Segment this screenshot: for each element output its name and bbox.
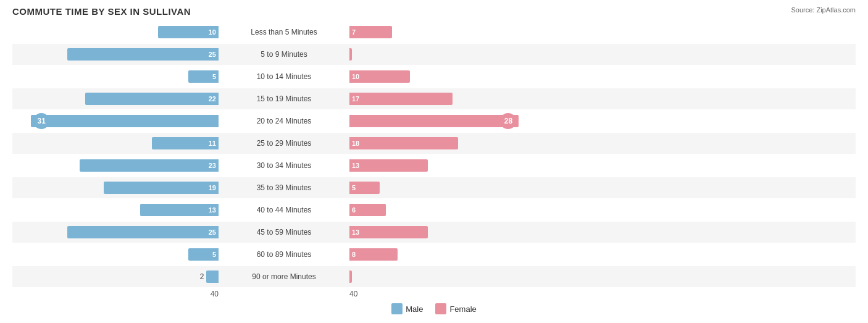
bar-female: 8 (349, 248, 398, 261)
legend-male: Male (391, 303, 423, 314)
male-value-outer: 2 (200, 272, 204, 281)
bar-female: 7 (349, 26, 392, 38)
left-bar-container: 10 (21, 26, 219, 38)
bar-label: 15 to 19 Minutes (222, 94, 346, 103)
male-value: 25 (209, 229, 216, 236)
legend-female-box (435, 303, 446, 314)
source-text: Source: ZipAtlas.com (791, 6, 856, 14)
left-section: 19 (12, 182, 222, 194)
axis-row: 40 40 (12, 290, 856, 298)
female-value: 13 (352, 229, 359, 236)
right-bar-container: 7 (349, 26, 547, 38)
male-value: 22 (209, 95, 216, 103)
male-badge: 31 (33, 113, 49, 129)
right-bar-container: 5 (349, 182, 547, 194)
right-section: 7 (346, 26, 556, 38)
left-section: 23 (12, 159, 222, 172)
right-bar-container: 28 (349, 115, 547, 127)
bar-label: 60 to 89 Minutes (222, 250, 346, 259)
right-bar-container: 13 (349, 159, 547, 172)
bar-label: 35 to 39 Minutes (222, 183, 346, 192)
bar-female: 17 (349, 93, 453, 105)
bar-female (349, 48, 352, 61)
bar-label: 45 to 59 Minutes (222, 228, 346, 237)
bar-male: 19 (104, 182, 219, 194)
bar-row: 5 60 to 89 Minutes 8 (12, 244, 856, 265)
bar-row: 5 10 to 14 Minutes 10 (12, 66, 856, 87)
female-value: 7 (352, 28, 356, 36)
bar-female: 6 (349, 204, 386, 216)
bar-male: 23 (80, 159, 219, 172)
bar-female: 28 (349, 115, 519, 127)
legend: Male Female (12, 303, 856, 314)
right-bar-container (349, 48, 547, 61)
bar-male: 10 (158, 26, 219, 38)
legend-female: Female (435, 303, 476, 314)
legend-male-box (391, 303, 403, 314)
bar-male: 11 (152, 137, 219, 149)
female-badge: 28 (500, 113, 516, 129)
axis-left: 40 (12, 290, 222, 298)
female-value: 5 (352, 184, 356, 191)
bar-female (349, 271, 352, 283)
bar-female: 13 (349, 159, 428, 172)
female-value: 10 (352, 73, 359, 80)
bar-male: 31 (31, 115, 219, 127)
left-bar-container: 22 (21, 93, 219, 105)
male-value: 19 (209, 184, 216, 191)
female-value: 6 (352, 206, 356, 214)
right-bar-container: 18 (349, 137, 547, 149)
right-section: 18 (346, 137, 556, 149)
right-section: 6 (346, 204, 556, 216)
chart-container: COMMUTE TIME BY SEX IN SULLIVAN Source: … (0, 0, 868, 323)
right-section: 13 (346, 226, 556, 238)
bar-female: 13 (349, 226, 428, 238)
right-section: 13 (346, 159, 556, 172)
bar-male: 5 (188, 248, 219, 261)
left-bar-container: 2 (21, 271, 219, 283)
bar-row: 2 90 or more Minutes (12, 266, 856, 287)
left-section: 13 (12, 204, 222, 216)
left-bar-container: 5 (21, 70, 219, 83)
bar-label: 5 to 9 Minutes (222, 50, 346, 59)
left-section: 5 (12, 248, 222, 261)
left-bar-container: 25 (21, 226, 219, 238)
right-section: 5 (346, 182, 556, 194)
bar-row: 10 Less than 5 Minutes 7 (12, 22, 856, 43)
left-bar-container: 25 (21, 48, 219, 61)
left-bar-container: 19 (21, 182, 219, 194)
left-bar-container: 23 (21, 159, 219, 172)
bar-male: 5 (188, 70, 219, 83)
male-value: 11 (209, 140, 216, 147)
left-section: 11 (12, 137, 222, 149)
bar-row: 31 20 to 24 Minutes 28 (12, 111, 856, 132)
bar-female: 10 (349, 70, 410, 83)
bar-male: 13 (140, 204, 219, 216)
male-value: 23 (209, 162, 216, 169)
bar-male: 25 (67, 48, 219, 61)
left-bar-container: 11 (21, 137, 219, 149)
chart-title: COMMUTE TIME BY SEX IN SULLIVAN (12, 6, 856, 17)
bar-row: 22 15 to 19 Minutes 17 (12, 88, 856, 109)
male-value: 25 (209, 51, 216, 58)
female-value: 17 (352, 95, 359, 103)
chart-area: 10 Less than 5 Minutes 7 25 5 to 9 Minut… (12, 22, 856, 287)
right-section (346, 271, 556, 283)
bar-female: 5 (349, 182, 380, 194)
left-section: 31 (12, 115, 222, 127)
female-value: 18 (352, 140, 359, 147)
bar-row: 23 30 to 34 Minutes 13 (12, 155, 856, 176)
right-bar-container: 13 (349, 226, 547, 238)
left-section: 10 (12, 26, 222, 38)
right-bar-container: 8 (349, 248, 547, 261)
male-value: 5 (212, 73, 216, 80)
right-bar-container: 17 (349, 93, 547, 105)
left-section: 5 (12, 70, 222, 83)
bar-label: 90 or more Minutes (222, 272, 346, 281)
male-value: 10 (209, 28, 216, 36)
legend-male-label: Male (406, 304, 423, 314)
bar-label: 20 to 24 Minutes (222, 117, 346, 125)
bar-female: 18 (349, 137, 458, 149)
left-bar-container: 31 (21, 115, 219, 127)
left-section: 22 (12, 93, 222, 105)
